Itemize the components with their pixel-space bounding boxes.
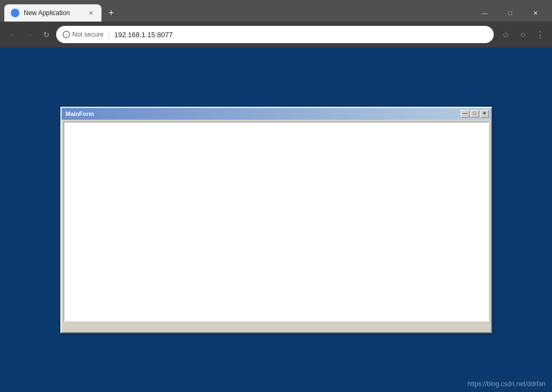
security-icon: i Not secure xyxy=(63,31,104,38)
forward-button[interactable]: → xyxy=(22,27,37,42)
profile-button[interactable]: ○ xyxy=(515,27,530,42)
tab-favicon xyxy=(11,9,19,17)
address-bar-row: ← → ↻ i Not secure | 192.168.1.15:8077 ☆… xyxy=(0,22,552,47)
tab-close-button[interactable]: ✕ xyxy=(86,9,95,17)
browser-close-button[interactable]: ✕ xyxy=(523,4,548,22)
browser-maximize-button[interactable]: □ xyxy=(498,4,522,22)
window-controls: — □ ✕ xyxy=(473,4,552,22)
browser-chrome: New Application ✕ + — □ ✕ ← → ↻ i Not se… xyxy=(0,0,552,47)
main-form-window: MainForm — □ ✕ xyxy=(60,107,492,333)
new-tab-button[interactable]: + xyxy=(104,5,119,20)
address-bar[interactable]: i Not secure | 192.168.1.15:8077 xyxy=(56,26,494,43)
menu-button[interactable]: ⋮ xyxy=(533,27,548,42)
winform-minimize-button[interactable]: — xyxy=(461,110,469,118)
svg-point-0 xyxy=(12,10,18,16)
status-bar-link: https://blog.csdn.net/ddrfan xyxy=(467,380,546,388)
address-right-icons: ☆ ○ ⋮ xyxy=(498,27,548,42)
browser-viewport: MainForm — □ ✕ https://blog.csdn.net/ddr… xyxy=(0,47,552,392)
tab-title: New Application xyxy=(24,9,82,17)
win-form-controls: — □ ✕ xyxy=(461,110,489,118)
url-separator: | xyxy=(108,30,110,39)
active-tab[interactable]: New Application ✕ xyxy=(4,4,101,22)
winform-close-button[interactable]: ✕ xyxy=(480,110,489,118)
winform-maximize-button[interactable]: □ xyxy=(471,110,479,118)
win-form-title: MainForm xyxy=(64,111,461,117)
not-secure-label: Not secure xyxy=(72,31,104,38)
tab-bar: New Application ✕ + — □ ✕ xyxy=(0,0,552,22)
svg-text:i: i xyxy=(66,33,67,38)
win-form-titlebar: MainForm — □ ✕ xyxy=(62,108,491,120)
bookmark-button[interactable]: ☆ xyxy=(498,27,513,42)
refresh-button[interactable]: ↻ xyxy=(39,27,54,42)
back-button[interactable]: ← xyxy=(4,27,19,42)
url-text: 192.168.1.15:8077 xyxy=(114,31,487,39)
win-form-body xyxy=(64,122,489,321)
browser-minimize-button[interactable]: — xyxy=(473,4,497,22)
